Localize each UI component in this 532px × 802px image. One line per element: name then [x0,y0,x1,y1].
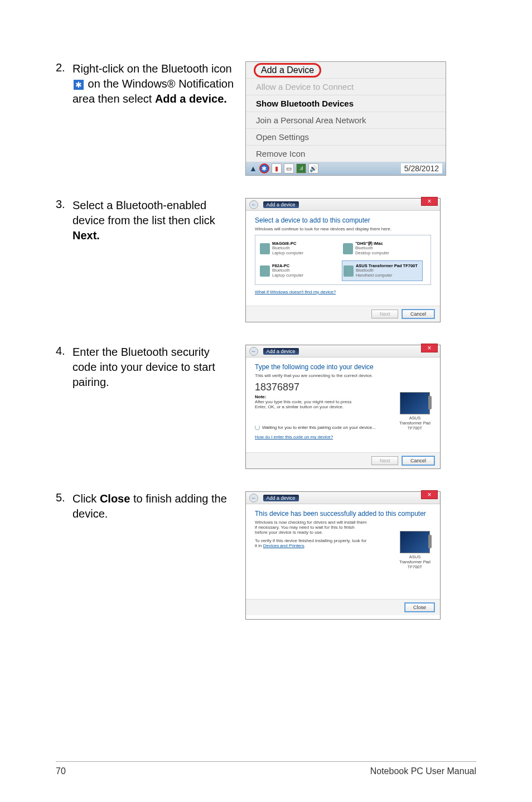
pairing-code: 18376897 [255,381,431,393]
breadcrumb: Add a device [263,348,299,355]
tray-volume-icon[interactable]: 🔊 [308,163,318,173]
next-button[interactable]: Next [371,456,399,465]
step-text: Select a Bluetooth-enabled device from t… [72,198,234,243]
screenshot-context-menu: Add a Device Allow a Device to Connect S… [245,61,476,176]
breadcrumb: Add a device [263,201,299,208]
desktop-icon [343,243,353,254]
menu-allow-connect[interactable]: Allow a Device to Connect [246,79,446,95]
dialog-titlebar: ← Add a device × [246,199,440,211]
back-icon[interactable]: ← [249,494,258,503]
dialog-subtext: Windows will continue to look for new de… [255,226,431,231]
note-text: After you type this code, you might need… [255,399,364,409]
tray-battery-icon[interactable]: ▭ [284,163,294,173]
step-number: 2. [56,61,72,74]
step-text: Right-click on the Bluetooth icon ✱ on t… [72,61,234,107]
step-text: Enter the Bluetooth security code into y… [72,345,234,390]
tray-arrow-icon[interactable]: ▲ [249,164,257,173]
help-link[interactable]: How do I enter this code on my device? [255,434,431,439]
close-button[interactable]: Close [405,603,434,612]
tablet-icon [400,392,430,414]
device-item[interactable]: MAGGIE-PCBluetoothLaptop computer [259,239,340,258]
taskbar: ▲ ✱ ▮ ▭ .ıl 🔊 5/28/2012 [246,162,446,175]
device-list: MAGGIE-PCBluetoothLaptop computer "DHS"的… [255,235,431,285]
dialog-heading: Select a device to add to this computer [255,216,431,224]
breadcrumb: Add a device [263,495,299,501]
tray-bluetooth-icon[interactable]: ✱ [259,163,269,173]
menu-show-devices[interactable]: Show Bluetooth Devices [246,95,446,112]
page-number: 70 [56,766,66,776]
menu-add-device[interactable]: Add a Device [246,62,446,79]
tray-flag-icon[interactable]: ▮ [272,163,282,173]
page-footer: 70 Notebook PC User Manual [56,761,476,776]
menu-remove-icon[interactable]: Remove Icon [246,146,446,162]
next-button[interactable]: Next [371,310,399,318]
close-icon[interactable]: × [421,490,438,499]
laptop-icon [260,243,270,254]
device-item-selected[interactable]: ASUS Transformer Pad TF700TBluetoothHand… [342,260,423,281]
screenshot-success: ← Add a device × This device has been su… [245,491,476,620]
back-icon[interactable]: ← [249,347,258,356]
menu-join-pan[interactable]: Join a Personal Area Network [246,112,446,129]
device-thumbnail: ASUS Transformer Pad TF700T [398,392,432,431]
tray-network-icon[interactable]: .ıl [296,163,306,173]
menu-open-settings[interactable]: Open Settings [246,129,446,146]
screenshot-pairing-code: ← Add a device × Type the following code… [245,345,476,469]
step-number: 5. [56,491,72,504]
device-item[interactable]: "DHS"的 iMacBluetoothDesktop computer [342,239,423,258]
help-link[interactable]: What if Windows doesn't find my device? [255,289,431,294]
cancel-button[interactable]: Cancel [402,456,434,465]
tray-date: 5/28/2012 [401,163,442,173]
manual-title: Notebook PC User Manual [370,766,476,776]
device-thumbnail: ASUS Transformer Pad TF700T [398,531,432,569]
dialog-heading: This device has been successfully added … [255,510,431,518]
handheld-icon [344,265,354,277]
step-text: Click Close to finish adding the device. [72,491,234,521]
cancel-button[interactable]: Cancel [402,310,434,318]
close-icon[interactable]: × [421,344,438,352]
screenshot-select-device: ← Add a device × Select a device to add … [245,198,476,322]
dialog-subtext: This will verify that you are connecting… [255,373,431,378]
step-number: 3. [56,198,72,211]
dialog-heading: Type the following code into your device [255,363,431,371]
dialog-titlebar: ← Add a device × [246,492,440,504]
back-icon[interactable]: ← [249,200,258,209]
close-icon[interactable]: × [421,197,438,206]
devices-printers-link[interactable]: Devices and Printers [263,543,304,548]
dialog-titlebar: ← Add a device × [246,345,440,357]
bluetooth-icon: ✱ [74,80,84,90]
step-number: 4. [56,345,72,357]
dialog-text: Windows is now checking for drivers and … [255,520,367,535]
laptop-icon [260,265,270,277]
spinner-icon [255,425,260,430]
device-item[interactable]: F82A-PCBluetoothLaptop computer [259,260,340,281]
dialog-text: To verify if this device finished instal… [255,538,367,548]
tablet-icon [400,531,430,553]
